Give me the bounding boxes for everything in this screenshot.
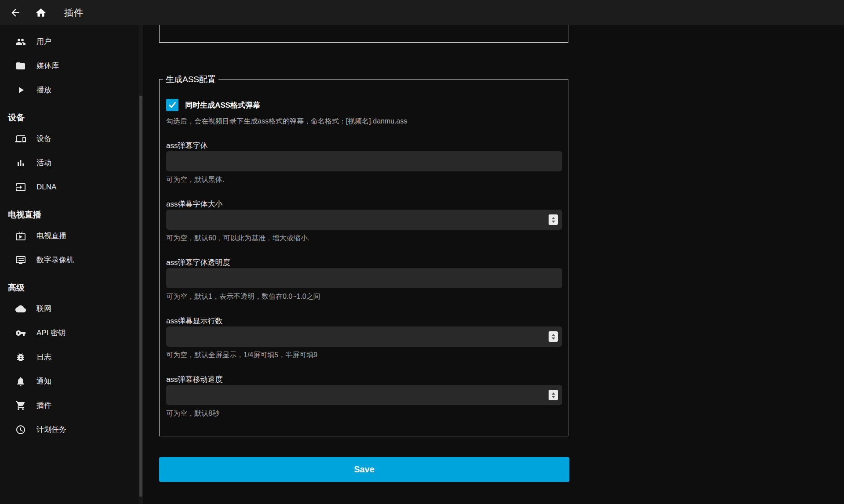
sidebar-item-label: 活动	[36, 158, 51, 168]
field-helper: 可为空，默认1，表示不透明，数值在0.0~1.0之间	[166, 292, 561, 301]
spinner-down-icon	[552, 337, 555, 340]
save-button[interactable]: Save	[159, 457, 569, 482]
sidebar-item-playback[interactable]: 播放	[0, 78, 139, 102]
sidebar-item-devices[interactable]: 设备	[0, 127, 139, 151]
app-header: 插件	[0, 0, 844, 25]
sidebar-item-label: 用户	[36, 36, 51, 47]
number-spinner[interactable]	[549, 331, 558, 342]
spinner-up-icon	[552, 334, 555, 336]
field-label: ass弹幕字体	[166, 141, 561, 149]
play-icon	[15, 85, 26, 95]
sidebar-item-label: 电视直播	[36, 231, 66, 241]
sidebar-item-networking[interactable]: 联网	[0, 297, 139, 321]
sidebar-item-label: 媒体库	[36, 61, 59, 71]
sidebar-item-livetv[interactable]: 电视直播	[0, 224, 139, 248]
sidebar-item-label: 数字录像机	[36, 255, 74, 265]
field-label: ass弹幕移动速度	[166, 374, 561, 383]
sidebar-section-advanced: 高级	[0, 279, 139, 297]
people-icon	[15, 36, 26, 47]
cart-icon	[15, 400, 26, 411]
page: 插件 用户 媒体库 播放 设备 设备 活动 DLNA 电视直播	[0, 0, 844, 504]
key-icon	[15, 328, 26, 338]
sidebar-item-label: 插件	[36, 400, 51, 410]
ass-config-fieldset: 生成ASS配置 同时生成ASS格式弹幕 勾选后，会在视频目录下生成ass格式的弹…	[159, 79, 568, 436]
dvr-icon	[15, 255, 26, 265]
bug-icon	[15, 352, 26, 363]
sidebar-scrollbar-thumb[interactable]	[139, 96, 142, 497]
number-spinner[interactable]	[549, 214, 558, 225]
sidebar-item-label: 日志	[36, 352, 51, 362]
ass-font-size-input[interactable]	[166, 210, 562, 230]
field-ass-opacity: ass弹幕字体透明度 可为空，默认1，表示不透明，数值在0.0~1.0之间	[166, 257, 561, 301]
ass-opacity-input[interactable]	[166, 268, 562, 288]
field-helper: 可为空，默认60，可以此为基准，增大或缩小.	[166, 234, 561, 243]
home-button[interactable]	[31, 3, 51, 23]
sidebar-item-users[interactable]: 用户	[0, 29, 139, 54]
clock-icon	[15, 424, 26, 435]
page-title: 插件	[64, 7, 84, 19]
cloud-icon	[15, 304, 26, 314]
sidebar-item-label: API 密钥	[36, 328, 65, 338]
sidebar-item-label: 播放	[36, 85, 51, 95]
field-label: ass弹幕字体大小	[166, 199, 561, 208]
number-spinner[interactable]	[549, 390, 558, 400]
sidebar-item-label: DLNA	[36, 183, 56, 192]
back-icon	[10, 7, 21, 18]
sidebar-item-label: 设备	[36, 134, 51, 144]
sidebar-item-library[interactable]: 媒体库	[0, 54, 139, 78]
sidebar-item-label: 计划任务	[36, 424, 66, 435]
sidebar-item-label: 联网	[36, 304, 51, 314]
sidebar-item-apikeys[interactable]: API 密钥	[0, 321, 139, 345]
checkbox-description: 勾选后，会在视频目录下生成ass格式的弹幕，命名格式：[视频名].danmu.a…	[166, 117, 561, 126]
back-button[interactable]	[5, 3, 25, 23]
ass-font-input[interactable]	[166, 151, 562, 171]
field-label: ass弹幕字体透明度	[166, 257, 561, 266]
input-icon	[15, 182, 26, 192]
ass-lines-input[interactable]	[166, 326, 562, 347]
generate-ass-checkbox-row[interactable]: 同时生成ASS格式弹幕	[166, 99, 561, 111]
form-fields: ass弹幕字体 可为空，默认黑体. ass弹幕字体大小 可为空，默认60，可以此…	[166, 141, 561, 418]
field-ass-speed: ass弹幕移动速度 可为空，默认8秒	[166, 374, 561, 418]
fieldset-legend: 生成ASS配置	[163, 74, 218, 85]
sidebar-item-scheduled-tasks[interactable]: 计划任务	[0, 417, 139, 442]
sidebar-section-devices: 设备	[0, 109, 139, 127]
field-ass-font-size: ass弹幕字体大小 可为空，默认60，可以此为基准，增大或缩小.	[166, 199, 561, 243]
checkbox-label: 同时生成ASS格式弹幕	[185, 100, 260, 110]
checkbox-checked[interactable]	[166, 99, 178, 111]
previous-section-cutoff-box	[159, 25, 568, 43]
sidebar-section-livetv: 电视直播	[0, 206, 139, 224]
bar-chart-icon	[15, 158, 26, 168]
home-icon	[35, 7, 47, 18]
sidebar-item-plugins[interactable]: 插件	[0, 393, 139, 417]
sidebar-item-notifications[interactable]: 通知	[0, 369, 139, 393]
check-icon	[168, 101, 177, 109]
bell-icon	[15, 376, 26, 387]
field-helper: 可为空，默认黑体.	[166, 175, 561, 184]
devices-icon	[15, 134, 26, 144]
spinner-up-icon	[552, 392, 555, 395]
sidebar-item-label: 通知	[36, 376, 51, 386]
spinner-down-icon	[552, 221, 555, 223]
field-ass-lines: ass弹幕显示行数 可为空，默认全屏显示，1/4屏可填5，半屏可填9	[166, 316, 561, 359]
ass-speed-input[interactable]	[166, 385, 562, 405]
sidebar: 用户 媒体库 播放 设备 设备 活动 DLNA 电视直播 电视直播	[0, 25, 139, 504]
folder-icon	[15, 61, 26, 71]
sidebar-item-dlna[interactable]: DLNA	[0, 175, 139, 199]
sidebar-item-activity[interactable]: 活动	[0, 151, 139, 175]
live-tv-icon	[15, 231, 26, 241]
sidebar-item-logs[interactable]: 日志	[0, 345, 139, 369]
field-ass-font: ass弹幕字体 可为空，默认黑体.	[166, 141, 561, 184]
spinner-down-icon	[552, 396, 555, 398]
spinner-up-icon	[552, 217, 555, 219]
field-helper: 可为空，默认全屏显示，1/4屏可填5，半屏可填9	[166, 351, 561, 359]
field-helper: 可为空，默认8秒	[166, 409, 561, 418]
sidebar-item-dvr[interactable]: 数字录像机	[0, 248, 139, 272]
field-label: ass弹幕显示行数	[166, 316, 561, 325]
